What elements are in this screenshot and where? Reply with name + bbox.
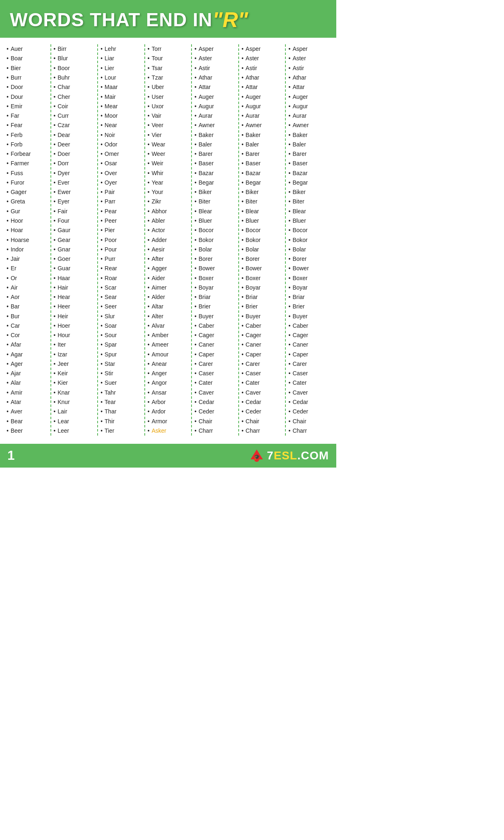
list-item: Attar — [288, 82, 330, 92]
list-item: Tahr — [100, 388, 142, 397]
list-item: Burr — [7, 73, 48, 82]
list-item: Amir — [7, 388, 48, 397]
list-item: Bluer — [288, 216, 330, 226]
list-item: Izar — [54, 350, 95, 359]
list-item: Attar — [194, 82, 236, 92]
list-item: Awner — [288, 121, 330, 130]
list-item: Dorr — [54, 159, 95, 168]
list-item: Baser — [242, 159, 283, 168]
list-item: Fair — [54, 207, 95, 216]
list-item: Spar — [100, 340, 142, 349]
list-item: Heer — [54, 302, 95, 311]
list-item: Thir — [100, 416, 142, 426]
list-item: Knur — [54, 397, 95, 407]
list-item: After — [148, 254, 189, 264]
list-item: Leer — [54, 426, 95, 436]
list-item: Charr — [242, 426, 283, 436]
list-item: Weer — [148, 149, 189, 159]
list-item: Caver — [288, 388, 330, 397]
list-item: Omer — [100, 149, 142, 159]
list-item: Knar — [54, 388, 95, 397]
list-item: Veer — [148, 121, 189, 130]
list-item: Keir — [54, 369, 95, 378]
list-item: Charr — [194, 426, 236, 436]
list-item: Brier — [194, 302, 236, 311]
list-item: Beer — [7, 426, 48, 436]
list-item: Dear — [54, 130, 95, 139]
list-item: Purr — [100, 254, 142, 264]
list-item: Anear — [148, 359, 189, 369]
list-item: Actor — [148, 226, 189, 235]
list-item: Heir — [54, 311, 95, 321]
list-item: Uxor — [148, 102, 189, 111]
list-item: Cager — [194, 331, 236, 340]
list-item: Tsar — [148, 64, 189, 73]
list-item: Caber — [194, 321, 236, 331]
list-item: Uber — [148, 82, 189, 92]
list-item: Auger — [194, 92, 236, 101]
list-item: Pier — [100, 226, 142, 235]
list-item: Bolar — [242, 245, 283, 254]
list-item: Baser — [194, 159, 236, 168]
list-item: Bazar — [194, 168, 236, 178]
list-item: Hear — [54, 292, 95, 302]
list-item: Dour — [7, 92, 48, 101]
list-item: Bower — [242, 264, 283, 273]
list-item: Caber — [288, 321, 330, 331]
list-item: Hoer — [54, 321, 95, 331]
list-item: Amour — [148, 350, 189, 359]
list-item: Cager — [242, 331, 283, 340]
list-item: Lour — [100, 73, 142, 82]
footer: 1 🎓 7ESL.COM — [0, 444, 336, 468]
list-item: Aor — [7, 292, 48, 302]
list-item: Athar — [242, 73, 283, 82]
list-item: Cater — [194, 378, 236, 388]
list-item: Auger — [288, 92, 330, 101]
list-item: Cager — [288, 331, 330, 340]
list-item: Alter — [148, 311, 189, 321]
list-item: Ceder — [194, 407, 236, 416]
list-item: Barer — [194, 149, 236, 159]
list-item: Baser — [288, 159, 330, 168]
list-item: Bocor — [288, 226, 330, 235]
list-item: Caver — [242, 388, 283, 397]
list-item: Oyer — [100, 178, 142, 187]
list-item: Poor — [100, 235, 142, 244]
list-item: Kier — [54, 378, 95, 388]
list-item: Begar — [288, 178, 330, 187]
list-item: Liar — [100, 54, 142, 63]
svg-text:🎓: 🎓 — [253, 454, 260, 460]
list-item: Alvar — [148, 321, 189, 331]
list-item: Slur — [100, 311, 142, 321]
list-item: Borer — [194, 254, 236, 264]
list-item: Roar — [100, 273, 142, 283]
list-item: Auger — [242, 92, 283, 101]
list-item: Agger — [148, 264, 189, 273]
list-item: Brier — [288, 302, 330, 311]
list-item: Caper — [242, 350, 283, 359]
list-item: Tour — [148, 54, 189, 63]
list-item: Cor — [7, 331, 48, 340]
list-item: Forb — [7, 140, 48, 149]
list-item: Boxer — [194, 273, 236, 283]
list-item: Awner — [194, 121, 236, 130]
list-item: Goer — [54, 254, 95, 264]
list-item: Parr — [100, 197, 142, 206]
list-item: Dyer — [54, 168, 95, 178]
list-item: Baker — [288, 130, 330, 139]
list-item: Astir — [242, 64, 283, 73]
list-item: Bokor — [194, 235, 236, 244]
columns-wrapper: AuerBoarBierBurrDoorDourEmirFarFearFerbF… — [4, 44, 332, 436]
list-item: Aider — [148, 273, 189, 283]
list-item: Caner — [288, 340, 330, 349]
list-item: Sear — [100, 292, 142, 302]
list-item: Aster — [242, 54, 283, 63]
list-item: Er — [7, 264, 48, 273]
column-0: AuerBoarBierBurrDoorDourEmirFarFearFerbF… — [4, 44, 51, 436]
list-item: Your — [148, 187, 189, 197]
list-item: Rear — [100, 264, 142, 273]
list-item: Stir — [100, 369, 142, 378]
list-item: Anger — [148, 369, 189, 378]
list-item: Year — [148, 178, 189, 187]
list-item: Chair — [242, 416, 283, 426]
